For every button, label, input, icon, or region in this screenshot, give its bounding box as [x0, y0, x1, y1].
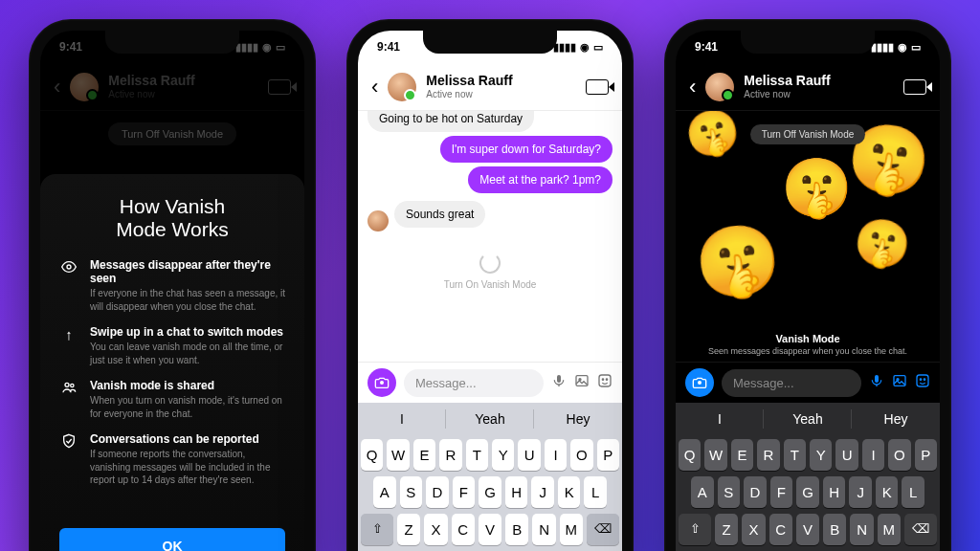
letter-key[interactable]: L — [902, 476, 924, 508]
letter-key[interactable]: K — [876, 476, 899, 508]
ok-button[interactable]: OK — [59, 528, 285, 551]
suggestion[interactable]: Yeah — [764, 403, 852, 435]
letter-key[interactable]: B — [505, 514, 528, 545]
avatar[interactable] — [388, 73, 416, 101]
video-call-icon[interactable] — [903, 79, 926, 95]
delete-key[interactable]: ⌫ — [587, 514, 619, 545]
letter-key[interactable]: I — [545, 439, 567, 471]
letter-key[interactable]: W — [704, 439, 726, 471]
back-icon[interactable]: ‹ — [54, 75, 60, 99]
letter-key[interactable]: I — [862, 439, 884, 471]
chat-header: ‹ Melissa Rauff Active now — [358, 63, 622, 111]
letter-key[interactable]: F — [770, 476, 793, 508]
letter-key[interactable]: J — [849, 476, 872, 508]
letter-key[interactable]: A — [691, 476, 714, 508]
letter-key[interactable]: H — [505, 476, 528, 508]
turn-off-vanish-pill[interactable]: Turn Off Vanish Mode — [108, 122, 236, 145]
outgoing-message: Meet at the park? 1pm? — [468, 166, 612, 193]
letter-key[interactable]: N — [850, 514, 873, 545]
camera-button[interactable] — [368, 368, 396, 397]
shield-icon — [59, 432, 78, 487]
letter-key[interactable]: P — [915, 439, 937, 471]
mini-avatar — [368, 210, 389, 231]
letter-key[interactable]: V — [796, 514, 819, 545]
letter-key[interactable]: L — [584, 476, 607, 508]
letter-key[interactable]: G — [796, 476, 819, 508]
letter-key[interactable]: O — [570, 439, 592, 471]
letter-key[interactable]: X — [742, 514, 765, 545]
svg-rect-12 — [917, 375, 928, 386]
letter-key[interactable]: Q — [679, 439, 701, 471]
letter-key[interactable]: R — [439, 439, 461, 471]
info-desc: If everyone in the chat has seen a messa… — [90, 287, 285, 313]
letter-key[interactable]: V — [479, 514, 501, 545]
letter-key[interactable]: N — [532, 514, 555, 545]
letter-key[interactable]: D — [744, 476, 767, 508]
avatar[interactable] — [70, 73, 99, 101]
message-input[interactable]: Message... — [404, 369, 544, 397]
shift-key[interactable]: ⇧ — [361, 514, 393, 545]
svg-point-1 — [65, 384, 69, 387]
letter-key[interactable]: G — [479, 476, 501, 508]
letter-key[interactable]: S — [400, 476, 423, 508]
letter-key[interactable]: D — [426, 476, 449, 508]
letter-key[interactable]: U — [835, 439, 858, 471]
suggestion[interactable]: Hey — [852, 403, 940, 435]
letter-key[interactable]: K — [558, 476, 581, 508]
letter-key[interactable]: T — [784, 439, 806, 471]
chat-body[interactable]: Going to be hot on Saturday I'm super do… — [358, 111, 622, 362]
turn-off-vanish-pill[interactable]: Turn Off Vanish Mode — [750, 124, 866, 144]
video-call-icon[interactable] — [268, 79, 291, 95]
letter-key[interactable]: X — [424, 514, 447, 545]
keyboard-light[interactable]: QWERTYUIOP ASDFGHJKL ⇧ ZXCVBNM ⌫ 123 spa… — [358, 435, 622, 551]
letter-key[interactable]: C — [452, 514, 475, 545]
letter-key[interactable]: A — [373, 476, 396, 508]
letter-key[interactable]: F — [453, 476, 476, 508]
letter-key[interactable]: Y — [810, 439, 832, 471]
letter-key[interactable]: C — [769, 514, 792, 545]
letter-key[interactable]: Z — [397, 514, 420, 545]
letter-key[interactable]: M — [560, 514, 583, 545]
letter-key[interactable]: M — [878, 514, 901, 545]
sticker-icon[interactable] — [915, 373, 930, 392]
suggestion[interactable]: Yeah — [446, 403, 534, 435]
avatar[interactable] — [705, 73, 734, 101]
suggestion[interactable]: Hey — [534, 403, 622, 435]
letter-key[interactable]: P — [597, 439, 619, 471]
phone-frame-1: 9:41 ▮▮▮▮ ◉ ▭ ‹ Melissa Rauff Active now… — [29, 19, 316, 551]
letter-key[interactable]: U — [518, 439, 540, 471]
mic-icon[interactable] — [551, 373, 567, 392]
letter-key[interactable]: Y — [492, 439, 514, 471]
letter-key[interactable]: E — [731, 439, 753, 471]
letter-key[interactable]: T — [466, 439, 488, 471]
letter-key[interactable]: E — [413, 439, 435, 471]
delete-key[interactable]: ⌫ — [904, 514, 937, 545]
sticker-icon[interactable] — [597, 373, 612, 392]
gallery-icon[interactable] — [892, 373, 907, 392]
spinner-icon — [479, 253, 501, 274]
shush-emoji: 🤫 — [691, 217, 785, 307]
back-icon[interactable]: ‹ — [371, 75, 378, 99]
keyboard-dark[interactable]: QWERTYUIOP ASDFGHJKL ⇧ ZXCVBNM ⌫ 123 spa… — [676, 435, 940, 551]
gallery-icon[interactable] — [574, 373, 590, 392]
letter-key[interactable]: J — [531, 476, 554, 508]
mic-icon[interactable] — [869, 373, 884, 392]
letter-key[interactable]: Q — [361, 439, 383, 471]
letter-key[interactable]: S — [718, 476, 741, 508]
suggestion[interactable]: I — [676, 403, 764, 435]
info-title: Conversations can be reported — [90, 432, 285, 446]
vanish-chat-body[interactable]: Turn Off Vanish Mode 🤫 🤫 🤫 🤫 🤫 Vanish Mo… — [676, 111, 940, 362]
back-icon[interactable]: ‹ — [689, 75, 696, 99]
letter-key[interactable]: W — [387, 439, 409, 471]
phone-frame-3: 9:41 ▮▮▮▮ ◉ ▭ ‹ Melissa Rauff Active now… — [664, 19, 951, 551]
letter-key[interactable]: Z — [715, 514, 738, 545]
letter-key[interactable]: H — [823, 476, 846, 508]
suggestion[interactable]: I — [358, 403, 446, 435]
letter-key[interactable]: R — [757, 439, 779, 471]
video-call-icon[interactable] — [586, 79, 609, 95]
message-input[interactable]: Message... — [722, 369, 861, 397]
camera-button[interactable] — [685, 368, 714, 397]
shift-key[interactable]: ⇧ — [679, 514, 711, 545]
letter-key[interactable]: B — [823, 514, 846, 545]
letter-key[interactable]: O — [888, 439, 910, 471]
